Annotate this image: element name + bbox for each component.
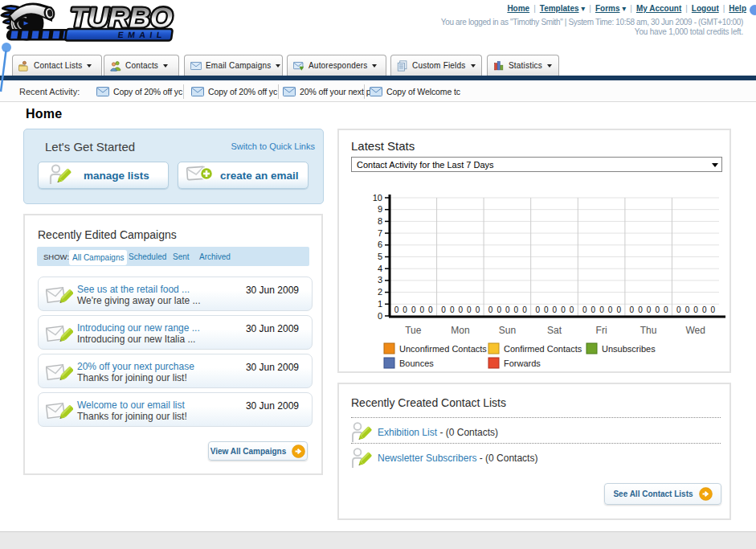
svg-text:0: 0 bbox=[608, 305, 613, 314]
svg-text:0: 0 bbox=[535, 305, 540, 314]
svg-text:0: 0 bbox=[702, 305, 707, 314]
svg-text:Thu: Thu bbox=[640, 325, 657, 336]
svg-text:0: 0 bbox=[476, 305, 480, 314]
svg-text:0: 0 bbox=[638, 305, 643, 314]
svg-text:0: 0 bbox=[561, 305, 566, 314]
svg-text:0: 0 bbox=[467, 305, 472, 314]
svg-text:0: 0 bbox=[505, 305, 510, 314]
svg-text:0: 0 bbox=[403, 305, 407, 314]
svg-text:Unsubscribes: Unsubscribes bbox=[602, 344, 656, 354]
svg-text:Sat: Sat bbox=[547, 325, 562, 336]
svg-text:6: 6 bbox=[378, 240, 382, 249]
svg-text:0: 0 bbox=[711, 305, 716, 314]
svg-text:0: 0 bbox=[420, 305, 425, 314]
svg-text:0: 0 bbox=[428, 305, 433, 314]
svg-text:Wed: Wed bbox=[685, 325, 705, 336]
svg-text:0: 0 bbox=[664, 305, 668, 314]
svg-text:0: 0 bbox=[553, 305, 558, 314]
svg-text:0: 0 bbox=[647, 305, 652, 314]
svg-text:0: 0 bbox=[522, 305, 527, 314]
svg-text:5: 5 bbox=[378, 252, 382, 261]
svg-text:0: 0 bbox=[630, 305, 635, 314]
svg-text:0: 0 bbox=[450, 305, 455, 314]
svg-text:0: 0 bbox=[591, 305, 596, 314]
svg-text:0: 0 bbox=[685, 305, 690, 314]
svg-text:0: 0 bbox=[459, 305, 464, 314]
svg-text:9: 9 bbox=[378, 204, 382, 214]
svg-text:Sun: Sun bbox=[499, 325, 516, 336]
svg-text:0: 0 bbox=[514, 305, 519, 314]
svg-text:0: 0 bbox=[378, 311, 382, 321]
svg-text:EMAIL: EMAIL bbox=[117, 31, 167, 40]
svg-text:Unconfirmed Contacts: Unconfirmed Contacts bbox=[399, 344, 487, 354]
svg-text:1: 1 bbox=[378, 299, 382, 309]
svg-text:8: 8 bbox=[378, 216, 382, 226]
svg-text:Confirmed Contacts: Confirmed Contacts bbox=[504, 344, 582, 354]
svg-text:4: 4 bbox=[378, 264, 382, 273]
svg-text:3: 3 bbox=[378, 275, 382, 285]
svg-text:0: 0 bbox=[676, 305, 681, 314]
svg-text:0: 0 bbox=[582, 305, 587, 314]
svg-text:0: 0 bbox=[570, 305, 574, 314]
svg-text:0: 0 bbox=[544, 305, 549, 314]
svg-text:10: 10 bbox=[373, 193, 382, 203]
svg-text:0: 0 bbox=[655, 305, 660, 314]
svg-text:Tue: Tue bbox=[405, 325, 422, 336]
svg-text:0: 0 bbox=[394, 305, 399, 314]
svg-text:0: 0 bbox=[411, 305, 416, 314]
svg-text:Forwards: Forwards bbox=[504, 358, 541, 368]
svg-text:0: 0 bbox=[616, 305, 621, 314]
svg-text:0: 0 bbox=[441, 305, 446, 314]
svg-text:Bounces: Bounces bbox=[399, 358, 434, 368]
svg-text:0: 0 bbox=[599, 305, 604, 314]
svg-text:0: 0 bbox=[497, 305, 501, 314]
svg-text:0: 0 bbox=[488, 305, 493, 314]
svg-text:Mon: Mon bbox=[451, 325, 469, 336]
svg-text:2: 2 bbox=[378, 287, 382, 297]
svg-text:Fri: Fri bbox=[596, 325, 607, 336]
svg-text:0: 0 bbox=[693, 305, 698, 314]
svg-text:7: 7 bbox=[378, 228, 382, 238]
